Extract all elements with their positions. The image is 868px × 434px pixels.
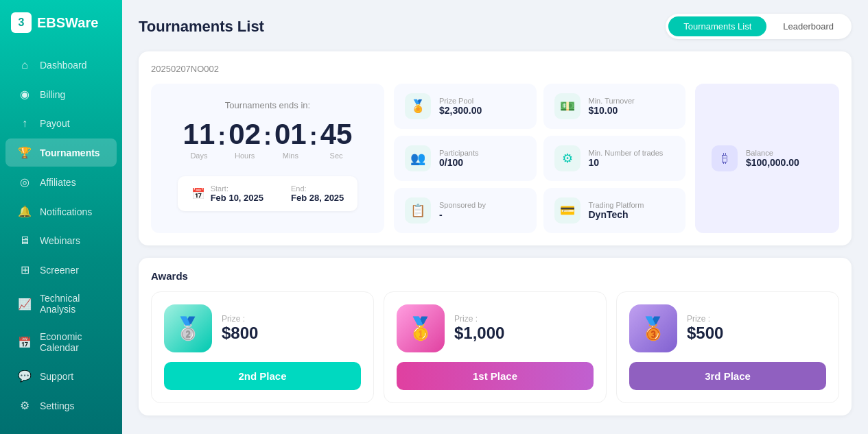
economic-calendar-icon: 📅 [18,336,32,349]
info-card-participants: 👥 Participants 0/100 [394,136,537,181]
end-label: End: [291,184,344,193]
end-date-text: End: Feb 28, 2025 [291,184,344,203]
awards-section: Awards 🥈 Prize : $800 2nd Place [139,258,852,415]
sidebar-item-support[interactable]: 💬 Support [5,362,117,390]
timer-mins-number: 01 [274,120,307,149]
tab-group: Tournaments List Leaderboard [666,14,852,39]
min-turnover-text: Min. Turnover $10.00 [589,97,635,116]
sidebar-item-settings[interactable]: ⚙ Settings [5,391,117,420]
tournament-section: 20250207NO002 Tournaments ends in: 11 Da… [139,51,852,245]
sidebar-item-tournaments[interactable]: 🏆 Tournaments [5,138,117,167]
sidebar-item-billing[interactable]: ◉ Billing [5,80,117,108]
tournament-id: 20250207NO002 [151,64,839,74]
min-turnover-val: $10.00 [589,105,635,116]
sidebar-item-payout[interactable]: ↑ Payout [5,110,117,137]
timer-days-number: 11 [183,120,215,149]
award-prize-val-first: $1,000 [454,324,504,343]
award-card-second: 🥈 Prize : $800 2nd Place [151,291,374,403]
awards-title: Awards [151,270,839,282]
tab-leaderboard[interactable]: Leaderboard [768,16,849,36]
sidebar-item-notifications[interactable]: 🔔 Notifications [5,197,117,226]
trading-platform-text: Trading Platform DynTech [589,201,644,220]
tournaments-icon: 🏆 [18,146,32,159]
medal-third-icon: 🥉 [640,315,667,341]
sponsored-by-icon: 📋 [405,197,431,224]
sidebar-item-technical-analysis[interactable]: 📈 Technical Analysis [5,285,117,322]
sidebar-item-affiliates[interactable]: ◎ Affiliates [5,168,117,196]
participants-sub: Participants [439,149,478,157]
award-top-third: 🥉 Prize : $500 [629,304,826,352]
brand-logo[interactable]: 3 EBSWare [0,0,122,45]
award-card-third: 🥉 Prize : $500 3rd Place [616,291,839,403]
timer-hours: 02 Hours [228,120,261,160]
award-btn-third[interactable]: 3rd Place [629,362,826,390]
award-top-second: 🥈 Prize : $800 [164,304,361,352]
participants-val: 0/100 [439,157,478,168]
award-top-first: 🥇 Prize : $1,000 [397,304,594,352]
sidebar-item-screener[interactable]: ⊞ Screener [5,256,117,284]
affiliates-icon: ◎ [18,176,32,189]
logo-icon: 3 [11,12,32,33]
dashboard-icon: ⌂ [18,59,32,71]
sidebar-item-label: Notifications [40,206,92,217]
balance-val: $100,000.00 [746,157,799,168]
info-card-prize-pool: 🏅 Prize Pool $2,300.00 [394,84,537,129]
screener-icon: ⊞ [18,263,32,276]
info-card-sponsored-by: 📋 Sponsored by - [394,188,537,233]
timer-colon-3: : [309,122,318,158]
award-card-first: 🥇 Prize : $1,000 1st Place [384,291,607,403]
calendar-icon: 📅 [191,187,205,200]
sponsored-by-sub: Sponsored by [439,201,486,209]
sidebar-item-label: Billing [40,89,65,100]
technical-analysis-icon: 📈 [18,298,32,311]
award-prize-third: Prize : $500 [687,314,723,343]
sidebar-item-dashboard[interactable]: ⌂ Dashboard [5,51,117,79]
award-prize-label-third: Prize : [687,314,723,324]
countdown-timer: 11 Days : 02 Hours : 01 Mins : 4 [183,120,353,160]
award-prize-second: Prize : $800 [222,314,258,343]
medal-first-icon: 🥇 [407,315,434,341]
min-trades-val: 10 [589,157,664,168]
sidebar-item-label: Affiliates [40,177,76,188]
award-prize-val-third: $500 [687,324,723,343]
award-btn-second[interactable]: 2nd Place [164,362,361,390]
support-icon: 💬 [18,370,32,383]
min-turnover-sub: Min. Turnover [589,97,635,105]
award-btn-first[interactable]: 1st Place [397,362,594,390]
webinars-icon: 🖥 [18,234,32,247]
payout-icon: ↑ [18,117,32,130]
start-date-item: 📅 Start: Feb 10, 2025 [191,184,263,203]
award-prize-label-first: Prize : [454,314,504,324]
sponsored-by-text: Sponsored by - [439,201,486,220]
sidebar: 3 EBSWare ⌂ Dashboard ◉ Billing ↑ Payout… [0,0,122,434]
page-title: Tournaments List [139,18,264,36]
end-date-item: End: Feb 28, 2025 [291,184,344,203]
timer-colon-1: : [218,122,226,158]
prize-pool-icon: 🏅 [405,93,431,119]
start-value: Feb 10, 2025 [211,193,263,203]
sidebar-item-label: Economic Calendar [40,331,104,353]
prize-pool-val: $2,300.00 [439,105,482,116]
sidebar-item-economic-calendar[interactable]: 📅 Economic Calendar [5,324,117,361]
trading-platform-sub: Trading Platform [589,201,644,209]
trading-platform-val: DynTech [589,209,644,220]
sidebar-item-label: Settings [40,400,75,411]
min-trades-sub: Min. Number of trades [589,149,664,157]
timer-mins: 01 Mins [274,120,307,160]
start-date-text: Start: Feb 10, 2025 [211,184,263,203]
notifications-icon: 🔔 [18,205,32,218]
info-grid: 🏅 Prize Pool $2,300.00 💵 Min. Turnover $… [394,84,685,233]
award-icon-third: 🥉 [629,304,677,352]
info-card-min-turnover: 💵 Min. Turnover $10.00 [543,84,686,129]
min-turnover-icon: 💵 [554,93,580,119]
award-prize-val-second: $800 [222,324,258,343]
min-trades-icon: ⚙ [554,145,580,171]
timer-hours-label: Hours [235,152,255,160]
tab-tournaments-list[interactable]: Tournaments List [668,16,766,36]
balance-card: ₿ Balance $100,000.00 [695,84,839,233]
sidebar-nav: ⌂ Dashboard ◉ Billing ↑ Payout 🏆 Tournam… [0,45,122,426]
sidebar-item-webinars[interactable]: 🖥 Webinars [5,227,117,254]
date-range: 📅 Start: Feb 10, 2025 End: Feb 28, 2025 [178,176,358,211]
tournament-body: Tournaments ends in: 11 Days : 02 Hours … [151,84,839,233]
info-card-trading-platform: 💳 Trading Platform DynTech [543,188,686,233]
